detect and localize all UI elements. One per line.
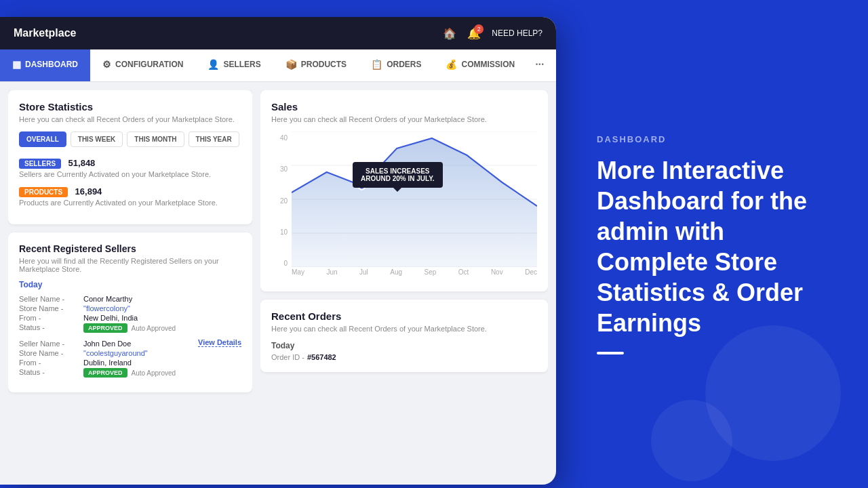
need-help-button[interactable]: NEED HELP? [492,28,542,38]
tab-overall[interactable]: OVERALL [19,131,66,147]
recent-orders-title: Recent Orders [271,310,537,322]
from-lbl-2: From - [19,359,83,367]
commission-icon: 💰 [446,59,457,70]
nav-item-orders[interactable]: 📋 ORDERS [359,49,433,81]
x-label-aug: Aug [390,268,402,276]
orders-icon: 📋 [371,59,382,70]
sellers-count: 51,848 [68,158,96,168]
today-label: Today [19,280,241,289]
products-badge: PRODUCTS [19,187,68,197]
seller-name-row-2: Seller Name - John Den Doe [19,340,198,348]
x-label-sep: Sep [425,268,437,276]
products-icon: 📦 [285,59,297,70]
nav-item-sellers[interactable]: 👤 SELLERS [195,49,273,81]
brand-name: Marketplace [14,27,77,39]
orders-today-label: Today [271,341,537,350]
y-axis: 0 10 20 30 40 [271,131,292,281]
store-stats-title: Store Statistics [19,101,241,113]
nav-item-configuration[interactable]: ⚙ CONFIGURATION [90,49,195,81]
dashboard-icon: ▦ [12,59,21,70]
y-label-10: 10 [271,228,288,236]
sales-subtitle: Here you can check all Recent Orders of … [271,115,537,123]
nav-label-sellers: SELLERS [223,60,260,69]
right-panel: DASHBOARD More Interactive Dashboard for… [542,0,868,488]
recent-sellers-card: Recent Registered Sellers Here you will … [8,232,252,392]
nav-item-commission[interactable]: 💰 COMMISSION [433,49,527,81]
x-label-may: May [292,268,304,276]
tab-this-week[interactable]: THIS WEEK [71,131,123,147]
nav-label-commission: COMMISSION [461,60,515,69]
nav-item-products[interactable]: 📦 PRODUCTS [273,49,359,81]
status-row-wrapper-2: Status - APPROVED Auto Approved [19,368,241,378]
nav-item-dashboard[interactable]: ▦ DASHBOARD [0,49,90,81]
seller-name-lbl-1: Seller Name - [19,295,83,303]
recent-orders-subtitle: Here you can check all Recent Orders of … [271,325,537,333]
bell-icon-wrapper[interactable]: 🔔 2 [467,27,481,40]
products-stat: PRODUCTS 16,894 Products are Currently A… [19,185,241,207]
chart-area: SALES INCREASESAROUND 20% IN JULY. May J… [292,131,537,281]
notification-badge: 2 [474,24,484,34]
approved-badge-2: APPROVED [83,368,127,378]
store-name-val-2[interactable]: "coolestguyaround" [83,349,148,357]
navbar: ▦ DASHBOARD ⚙ CONFIGURATION 👤 SELLERS 📦 … [0,49,556,82]
content-area: Store Statistics Here you can check all … [0,82,556,485]
recent-sellers-title: Recent Registered Sellers [19,243,241,254]
topbar: Marketplace 🏠 🔔 2 NEED HELP? [0,17,556,49]
nav-label-orders: ORDERS [387,60,421,69]
right-panel-headline: More Interactive Dashboard for the admin… [597,155,827,338]
more-label: ··· [535,58,544,70]
tab-this-month[interactable]: THIS MONTH [127,131,184,147]
status-row-wrapper-1: Status - APPROVED Auto Approved [19,323,241,333]
seller-name-val-2: John Den Doe [83,340,131,348]
tab-this-year[interactable]: THIS YEAR [189,131,239,147]
app-window: Marketplace 🏠 🔔 2 NEED HELP? ▦ DASHBOARD… [0,17,556,485]
accent-line [597,352,624,354]
nav-item-more[interactable]: ··· [527,49,552,81]
home-icon[interactable]: 🏠 [443,27,456,40]
from-val-1: New Delhi, India [83,314,138,322]
chart-cursor-dot [358,182,365,189]
store-name-row-1: Store Name - "flowercolony" [19,304,241,312]
deco-circle-2 [651,400,732,481]
nav-label-configuration: CONFIGURATION [115,60,183,69]
from-row-1: From - New Delhi, India [19,314,241,322]
y-label-0: 0 [271,260,288,267]
nav-label-products: PRODUCTS [301,60,347,69]
status-lbl-2: Status - [19,368,83,378]
sellers-badge: SELLERS [19,159,61,169]
right-panel-section-label: DASHBOARD [597,134,827,144]
x-label-dec: Dec [525,268,537,276]
x-label-jun: Jun [326,268,337,276]
view-details-link-1[interactable]: View Details [198,338,241,347]
y-label-20: 20 [271,197,288,205]
recent-orders-card: Recent Orders Here you can check all Rec… [260,300,548,372]
sales-title: Sales [271,101,537,113]
x-label-nov: Nov [491,268,503,276]
order-id-lbl: Order ID - [271,353,304,361]
x-axis: May Jun Jul Aug Sep Oct Nov Dec [292,268,537,276]
recent-sellers-subtitle: Here you will find all the Recently Regi… [19,257,241,273]
approved-badge-1: APPROVED [83,323,127,333]
sellers-stat: SELLERS 51,848 Sellers are Currently Act… [19,157,241,178]
y-label-40: 40 [271,134,288,142]
topbar-actions: 🏠 🔔 2 NEED HELP? [443,27,542,40]
store-name-lbl-1: Store Name - [19,304,83,312]
config-icon: ⚙ [102,59,111,70]
store-stats-subtitle: Here you can check all Recent Orders of … [19,115,241,123]
seller-name-row-1: Seller Name - Conor Mcarthy [19,295,241,303]
store-name-row-2: Store Name - "coolestguyaround" [19,349,241,357]
x-label-oct: Oct [458,268,469,276]
store-name-val-1[interactable]: "flowercolony" [83,304,130,312]
chart-area-fill [292,138,537,267]
x-label-jul: Jul [359,268,368,276]
status-lbl-1: Status - [19,323,83,333]
y-label-30: 30 [271,165,288,173]
store-name-lbl-2: Store Name - [19,349,83,357]
products-count: 16,894 [75,186,102,197]
store-stats-card: Store Statistics Here you can check all … [8,90,252,224]
seller-entry-1: Seller Name - Conor Mcarthy Store Name -… [19,295,241,333]
order-id-val: #567482 [307,353,336,361]
from-lbl-1: From - [19,314,83,322]
order-id-row: Order ID - #567482 [271,353,537,361]
chart-svg [292,131,537,267]
